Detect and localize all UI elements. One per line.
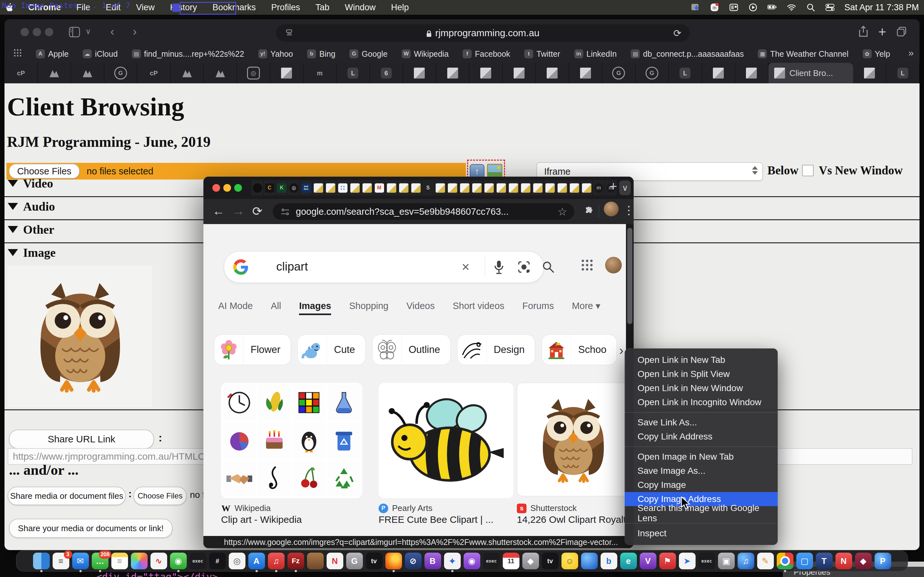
back-icon[interactable]: ‹ (110, 25, 114, 39)
browser-tab[interactable] (410, 180, 422, 195)
browser-tab[interactable] (403, 63, 436, 83)
browser-tab[interactable] (312, 180, 324, 195)
apps-grid-icon[interactable] (13, 49, 22, 59)
bookmark-item[interactable]: ▤ find_minus....rep+%22s%22 (132, 49, 244, 59)
browser-tab[interactable] (325, 180, 336, 195)
browser-tab[interactable]: M (373, 180, 385, 195)
search-tab[interactable]: Videos (407, 301, 435, 315)
kebab-menu-icon[interactable]: ⋮ (623, 203, 635, 217)
search-tab[interactable]: Forums (522, 301, 554, 315)
dock-app-icon[interactable]: 11 (503, 553, 519, 569)
dock-app-icon[interactable]: ♫ (268, 553, 284, 569)
choose-files-button-2[interactable]: Choose Files (134, 487, 187, 505)
dock-app-icon[interactable]: P (875, 553, 891, 569)
back-icon[interactable]: ← (212, 204, 225, 218)
context-menu-item[interactable]: Open Link in New Window (625, 381, 778, 395)
context-menu-item[interactable]: Open Image in New Tab (625, 450, 778, 464)
browser-tab[interactable] (536, 63, 569, 83)
related-search-chip[interactable]: Outline (372, 334, 451, 365)
tab-overview-icon[interactable] (897, 26, 907, 38)
browser-tab[interactable]: L (886, 63, 919, 83)
browser-tab[interactable] (569, 180, 580, 195)
extensions-puzzle-icon[interactable] (584, 206, 594, 217)
browser-tab[interactable] (38, 63, 71, 83)
browser-tab[interactable]: G (104, 63, 137, 83)
share-url-link-button[interactable]: Share URL Link (9, 430, 154, 449)
sidebar-chevron-icon[interactable]: ∨ (86, 27, 91, 36)
google-profile-avatar[interactable] (605, 257, 622, 274)
context-menu-item[interactable] (625, 412, 778, 413)
google-search-box[interactable]: clipart × (224, 251, 544, 283)
browser-tab[interactable]: m (304, 63, 337, 83)
result-source[interactable]: W Wikipedia (221, 503, 271, 513)
menu-bar-item[interactable]: Window (337, 3, 383, 13)
menu-bar-clock[interactable]: Sat Apr 11 7:38 PM (845, 3, 919, 13)
dock-app-icon[interactable]: N (326, 553, 343, 569)
context-menu-item[interactable]: Copy Image (625, 478, 778, 492)
result-bee-image[interactable] (379, 383, 513, 498)
profile-avatar[interactable] (604, 201, 619, 216)
context-menu-item[interactable]: Open Link in Split View (625, 367, 778, 381)
google-lens-icon[interactable] (517, 260, 531, 276)
dock-app-icon[interactable]: G (346, 553, 363, 569)
reload-icon[interactable]: ⟳ (674, 27, 682, 39)
result-owl-image[interactable] (517, 383, 630, 496)
control-center-icon[interactable] (825, 3, 835, 12)
context-menu-item[interactable]: Inspect (625, 526, 778, 540)
bookmark-item[interactable]: ▦ The Weather Channel (758, 49, 848, 59)
bookmark-item[interactable]: ☁ iCloud (83, 49, 118, 59)
dock-app-icon[interactable]: ▢ (796, 553, 813, 569)
result-title[interactable]: FREE Cute Bee Clipart | ... (379, 514, 493, 525)
dock-app-icon[interactable]: ➤ (679, 553, 696, 569)
dock-app-icon[interactable]: ◉ (170, 553, 187, 569)
dock-app-icon[interactable]: exec (190, 553, 206, 569)
bookmark-item[interactable]: G Google (349, 49, 388, 59)
browser-tab[interactable] (520, 180, 531, 195)
dock-app-icon[interactable] (307, 553, 324, 569)
minimize-button[interactable] (223, 184, 231, 192)
context-menu-item[interactable]: Open Link in Incognito Window (625, 395, 778, 409)
outer-address-bar[interactable]: rjmprogramming.com.au ⟳ (276, 24, 690, 42)
browser-tab[interactable]: K (276, 180, 288, 195)
dock-app-icon[interactable]: ◉ (464, 553, 480, 569)
browser-tab[interactable] (569, 63, 603, 83)
new-tab-button[interactable]: + (610, 179, 617, 193)
menu-bar-item[interactable]: Help (383, 3, 417, 13)
result-title[interactable]: Clip art - Wikipedia (221, 514, 302, 525)
dock-app-icon[interactable] (33, 553, 50, 569)
new-tab-icon[interactable]: + (878, 24, 886, 40)
dock-app-icon[interactable]: ◎ (229, 553, 246, 569)
browser-tab[interactable] (447, 180, 458, 195)
search-tab[interactable]: Short videos (453, 301, 504, 315)
battery-icon[interactable] (767, 3, 777, 12)
browser-tab[interactable]: ∷ (337, 180, 349, 195)
dock-app-icon[interactable]: V (640, 553, 656, 569)
dock-app-icon[interactable]: ⚑ (659, 553, 676, 569)
context-menu-item[interactable] (625, 446, 778, 447)
app-grid-download-icon[interactable] (690, 3, 700, 12)
dock-app-icon[interactable]: ✦ (444, 553, 461, 569)
share-icon[interactable] (859, 26, 868, 39)
browser-tab[interactable] (556, 180, 568, 195)
browser-tab[interactable]: L (336, 63, 370, 83)
google-apps-grid-icon[interactable] (581, 259, 594, 273)
dock-app-icon[interactable]: ≡ 3 (53, 553, 69, 569)
browser-tab[interactable] (702, 63, 735, 83)
browser-tab[interactable]: 6 (370, 63, 403, 83)
context-menu-item[interactable]: Open Link in New Tab (625, 353, 778, 367)
browser-tab[interactable] (495, 180, 507, 195)
dock-app-icon[interactable]: Fz (288, 553, 304, 569)
clear-search-icon[interactable]: × (462, 259, 470, 275)
zoom-button[interactable] (234, 184, 242, 192)
browser-tab[interactable]: cP (137, 63, 171, 83)
browser-tab[interactable]: G (636, 63, 669, 83)
browser-tab[interactable] (483, 180, 495, 195)
browser-tab[interactable] (398, 180, 409, 195)
browser-tab[interactable] (853, 63, 887, 83)
dock-app-icon[interactable]: ♫ (738, 553, 754, 569)
result-source[interactable]: s Shutterstock (517, 503, 577, 513)
reload-icon[interactable]: ⟳ (252, 204, 262, 218)
dock-app-icon[interactable]: exec (483, 553, 500, 569)
dock-app-icon[interactable]: N (835, 553, 852, 569)
related-search-chip[interactable]: Schoo (541, 334, 617, 365)
